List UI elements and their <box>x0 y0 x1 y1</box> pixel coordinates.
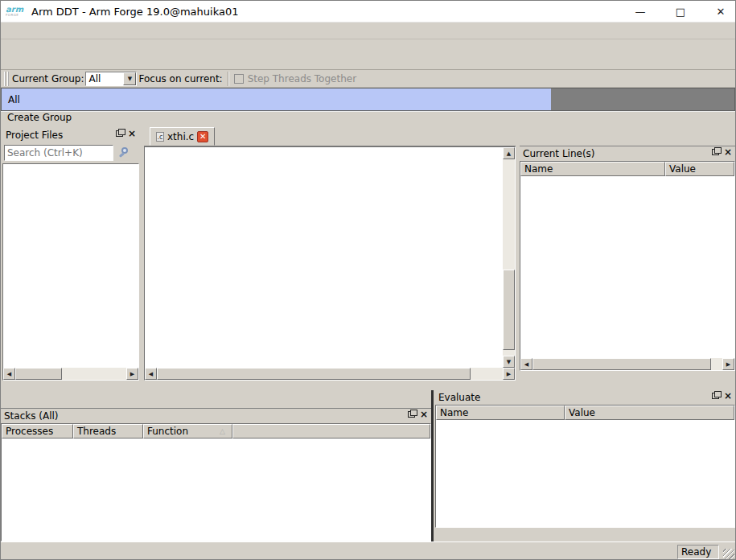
column-header-processes[interactable]: Processes <box>2 424 73 439</box>
float-icon[interactable] <box>116 130 123 137</box>
c-file-icon: .c <box>156 132 164 142</box>
horizontal-scrollbar[interactable]: ◀ ▶ <box>3 368 138 380</box>
stacks-panel: Stacks (All) × Processes Threads Functio… <box>1 409 431 541</box>
step-threads-together-checkbox[interactable]: Step Threads Together <box>234 73 356 84</box>
column-header-value[interactable]: Value <box>565 406 734 420</box>
sort-ascending-icon: △ <box>220 427 225 435</box>
chevron-down-icon[interactable]: ▼ <box>123 72 136 85</box>
horizontal-scrollbar[interactable]: ◀ ▶ <box>520 358 734 370</box>
scroll-right-icon[interactable]: ▶ <box>126 368 138 380</box>
variables-panel: Current Line(s) × Name Value ◀ ▶ <box>520 128 735 371</box>
minimize-icon[interactable]: — <box>634 6 647 18</box>
scroll-right-icon[interactable]: ▶ <box>503 368 515 380</box>
column-header-threads[interactable]: Threads <box>73 424 143 439</box>
tab-close-icon[interactable]: ✕ <box>197 131 208 142</box>
code-lines[interactable] <box>145 147 503 368</box>
arm-forge-logo-icon: arm FORGE <box>6 6 27 17</box>
status-ready: Ready <box>677 545 719 559</box>
close-icon[interactable]: × <box>128 130 136 138</box>
checkbox-icon[interactable] <box>234 74 244 84</box>
focus-toolbar: Current Group: All ▼ Focus on current: S… <box>1 70 735 88</box>
scroll-up-icon[interactable]: ▲ <box>503 147 515 159</box>
stacks-title: Stacks (All) × <box>1 409 431 423</box>
close-icon[interactable]: ✕ <box>714 6 727 18</box>
search-icon[interactable] <box>118 146 131 159</box>
search-input[interactable] <box>4 145 113 161</box>
project-files-title: Project Files × <box>2 128 139 142</box>
separator <box>228 72 229 86</box>
column-header-name[interactable]: Name <box>436 406 565 420</box>
evaluate-rows[interactable] <box>436 420 734 527</box>
column-header-value[interactable]: Value <box>665 162 734 176</box>
panel-divider[interactable] <box>431 390 434 541</box>
column-header-function[interactable]: Function△ <box>143 424 232 439</box>
app-window: arm FORGE Arm DDT - Arm Forge 19.0@mahui… <box>0 0 736 560</box>
window-resize-grip[interactable] <box>723 549 734 560</box>
tab-xthi-c[interactable]: .c xthi.c ✕ <box>150 127 215 146</box>
current-group-value: All <box>86 73 123 84</box>
process-groups-area: All <box>1 88 735 111</box>
maximize-icon[interactable]: □ <box>674 6 687 18</box>
close-icon[interactable]: × <box>724 392 732 400</box>
window-title: Arm DDT - Arm Forge 19.0@mahuika01 <box>31 6 238 18</box>
status-bar: Ready <box>1 541 735 560</box>
close-icon[interactable]: × <box>724 148 732 156</box>
code-editor-panel: .c xthi.c ✕ ▲ ▼ ◀ ▶ <box>144 126 516 381</box>
vertical-scrollbar[interactable]: ▲ ▼ <box>503 147 515 368</box>
variables-tab-bar <box>520 128 735 146</box>
stacks-rows <box>2 439 430 541</box>
scroll-down-icon[interactable]: ▼ <box>503 356 515 368</box>
variables-rows <box>520 176 734 358</box>
float-icon[interactable] <box>408 411 415 418</box>
project-files-tree <box>3 164 138 368</box>
current-lines-title: Current Line(s) × <box>520 146 735 161</box>
focus-on-current-label: Focus on current: <box>138 73 222 84</box>
toolbar-handle[interactable] <box>4 72 9 86</box>
current-group-select[interactable]: All ▼ <box>85 72 137 86</box>
scroll-left-icon[interactable]: ◀ <box>145 368 157 380</box>
scroll-right-icon[interactable]: ▶ <box>722 358 734 370</box>
project-files-panel: Project Files × ◀ ▶ <box>2 128 139 381</box>
scroll-left-icon[interactable]: ◀ <box>520 358 532 370</box>
evaluate-panel: Evaluate × Name Value <box>435 390 735 528</box>
group-name: All <box>8 94 20 105</box>
process-group-row[interactable]: All <box>2 89 551 110</box>
float-icon[interactable] <box>712 149 719 155</box>
current-group-label: Current Group: <box>12 73 84 84</box>
title-bar: arm FORGE Arm DDT - Arm Forge 19.0@mahui… <box>1 1 735 23</box>
create-group-button[interactable]: Create Group <box>1 111 735 123</box>
bottom-tab-bar <box>1 390 431 409</box>
column-header-name[interactable]: Name <box>520 162 665 176</box>
scroll-left-icon[interactable]: ◀ <box>3 368 15 380</box>
close-icon[interactable]: × <box>420 410 428 418</box>
horizontal-scrollbar[interactable]: ◀ ▶ <box>145 368 515 380</box>
float-icon[interactable] <box>712 393 719 399</box>
evaluate-title: Evaluate × <box>435 390 735 405</box>
menu-bar <box>1 23 735 39</box>
editor-tab-bar: .c xthi.c ✕ <box>144 126 516 146</box>
toolbar <box>1 39 735 70</box>
